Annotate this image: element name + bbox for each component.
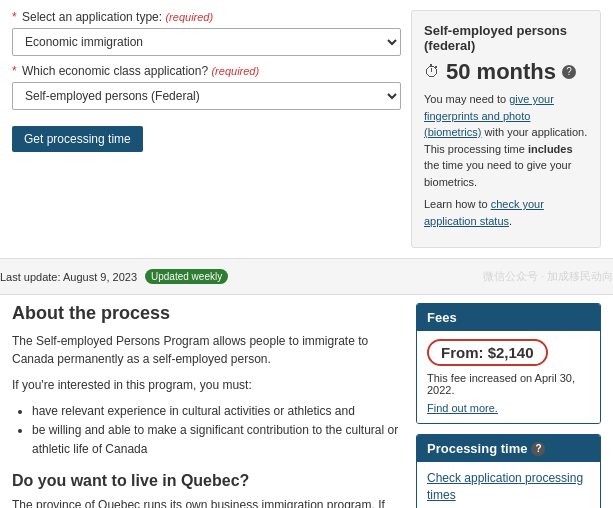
economic-class-label: * Which economic class application? (req… <box>12 64 401 78</box>
about-bullets: have relevant experience in cultural act… <box>12 402 406 460</box>
update-date: Last update: August 9, 2023 <box>0 271 137 283</box>
quebec-text: The province of Quebec runs its own busi… <box>12 496 406 508</box>
economic-class-select[interactable]: Self-employed persons (Federal) <box>12 82 401 110</box>
update-badge: Updated weekly <box>145 269 228 284</box>
processing-time-help-icon[interactable]: ? <box>531 442 545 456</box>
economic-class-required: (required) <box>211 65 259 77</box>
application-type-label: * Select an application type: (required) <box>12 10 401 24</box>
economic-class-section: * Which economic class application? (req… <box>12 64 401 110</box>
bullet-2: be willing and able to make a significan… <box>32 421 406 459</box>
bullet-1: have relevant experience in cultural act… <box>32 402 406 421</box>
processing-desc-text1: You may need to <box>424 93 509 105</box>
processing-card-title: Self-employed persons (federal) <box>424 23 588 53</box>
quebec-text1: The province of Quebec runs its own busi… <box>12 498 385 508</box>
processing-info-card: Self-employed persons (federal) ⏱ 50 mon… <box>411 10 601 248</box>
fees-find-out-link[interactable]: Find out more. <box>427 402 498 414</box>
processing-time-body: Check application processing times You m… <box>417 462 600 508</box>
check-processing-times-link[interactable]: Check application processing times <box>427 470 590 504</box>
content-right: Fees From: $2,140 This fee increased on … <box>416 303 601 508</box>
processing-desc: You may need to give your fingerprints a… <box>424 91 588 190</box>
fees-note: This fee increased on April 30, 2022. <box>427 372 590 396</box>
check-period: . <box>509 215 512 227</box>
fees-card: Fees From: $2,140 This fee increased on … <box>416 303 601 424</box>
fees-amount: From: $2,140 <box>427 339 548 366</box>
required-star-1: * <box>12 10 17 24</box>
processing-time-card: Processing time ? Check application proc… <box>416 434 601 508</box>
application-type-select[interactable]: Economic immigration <box>12 28 401 56</box>
processing-time-header: Processing time ? <box>417 435 600 462</box>
required-star-2: * <box>12 64 17 78</box>
about-intro: The Self-employed Persons Program allows… <box>12 332 406 368</box>
quebec-heading: Do you want to live in Quebec? <box>12 472 406 490</box>
content-left: About the process The Self-employed Pers… <box>12 303 406 508</box>
application-type-label-text: Select an application type: <box>22 10 162 24</box>
processing-desc-end: the time you need to give your biometric… <box>424 159 571 188</box>
processing-time-header-text: Processing time <box>427 441 527 456</box>
about-heading: About the process <box>12 303 406 324</box>
processing-months: 50 months <box>446 59 556 85</box>
application-type-section: * Select an application type: (required)… <box>12 10 401 56</box>
processing-desc-bold: includes <box>528 143 573 155</box>
economic-class-label-text: Which economic class application? <box>22 64 208 78</box>
about-subtitle: If you're interested in this program, yo… <box>12 376 406 394</box>
fees-header: Fees <box>417 304 600 331</box>
fees-body: From: $2,140 This fee increased on April… <box>417 331 600 423</box>
application-type-required: (required) <box>165 11 213 23</box>
clock-icon: ⏱ <box>424 63 440 81</box>
processing-time-row: ⏱ 50 months ? <box>424 59 588 85</box>
processing-check-line: Learn how to check your application stat… <box>424 196 588 229</box>
get-processing-time-button[interactable]: Get processing time <box>12 126 143 152</box>
update-bar: Last update: August 9, 2023 Updated week… <box>0 258 613 295</box>
watermark-top: 微信公众号 · 加成移民动向 <box>483 265 613 288</box>
processing-help-icon[interactable]: ? <box>562 65 576 79</box>
learn-prefix: Learn how to <box>424 198 491 210</box>
